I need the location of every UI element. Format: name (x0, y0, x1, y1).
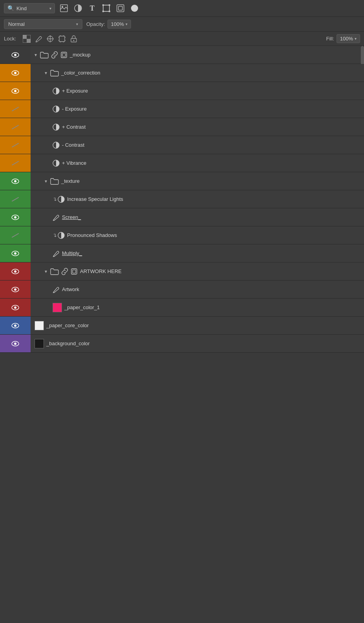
search-icon: 🔍 (7, 5, 14, 11)
opacity-value-box[interactable]: 100% ▾ (107, 20, 131, 29)
filter-toolbar: 🔍 Kind ▾ T (0, 0, 364, 17)
visibility-icon[interactable] (11, 285, 20, 293)
layer-content: ▾_mockup (31, 46, 364, 64)
lock-all-icon[interactable] (69, 35, 78, 43)
layer-row[interactable]: + Contrast (0, 118, 364, 136)
visibility-icon[interactable] (11, 69, 20, 77)
layer-row[interactable]: - Contrast (0, 136, 364, 154)
svg-rect-27 (12, 107, 19, 111)
svg-rect-3 (103, 5, 109, 11)
visibility-icon[interactable] (11, 249, 20, 257)
layer-color-bar (0, 46, 31, 64)
kind-label: Kind (16, 5, 27, 11)
lock-artboard-icon[interactable] (58, 35, 66, 43)
circle-filter-icon[interactable] (129, 3, 140, 13)
folder-icon (40, 51, 49, 58)
layer-color-bar (0, 208, 31, 226)
svg-rect-21 (62, 53, 66, 56)
layer-row[interactable]: _paper_color_1 (0, 299, 364, 317)
visibility-icon[interactable] (11, 231, 20, 239)
visibility-icon[interactable] (11, 177, 20, 185)
visibility-icon[interactable] (11, 321, 20, 330)
visibility-icon[interactable] (11, 105, 20, 113)
layer-color-bar (0, 136, 31, 154)
visibility-icon[interactable] (11, 51, 20, 59)
visibility-icon[interactable] (11, 195, 20, 203)
layer-row[interactable]: + Exposure (0, 82, 364, 100)
svg-rect-20 (61, 52, 67, 58)
lock-transparency-icon[interactable] (22, 35, 31, 43)
visibility-icon[interactable] (11, 159, 20, 167)
lock-row: Lock: (0, 32, 364, 46)
blend-mode-select[interactable]: Normal ▾ (4, 19, 82, 29)
svg-point-25 (14, 90, 16, 92)
layer-row[interactable]: + Vibrance (0, 154, 364, 172)
layers-list: ▾_mockup▾_color_correction+ Exposure- Ex… (0, 46, 364, 353)
svg-rect-8 (109, 11, 110, 12)
layer-row[interactable]: ▾_mockup (0, 46, 364, 64)
visibility-icon[interactable] (11, 267, 20, 275)
layer-row[interactable]: Artwork (0, 281, 364, 299)
visibility-icon[interactable] (11, 141, 20, 149)
fill-value-box[interactable]: 100% ▾ (337, 34, 360, 43)
visibility-icon[interactable] (11, 87, 20, 95)
layer-row[interactable]: ↴Pronounced Shadows (0, 226, 364, 244)
visibility-icon[interactable] (11, 213, 20, 221)
svg-rect-47 (71, 269, 77, 274)
expand-chevron-icon[interactable]: ▾ (45, 269, 47, 274)
folder-icon (50, 69, 59, 77)
shape-filter-icon[interactable] (101, 3, 111, 13)
layer-row[interactable]: Multiply_ (0, 244, 364, 262)
link-icon (61, 268, 68, 275)
blend-mode-row: Normal ▾ Opacity: 100% ▾ (0, 17, 364, 32)
layer-row[interactable]: ▾_texture (0, 172, 364, 190)
filter-kind-select[interactable]: 🔍 Kind ▾ (4, 3, 55, 13)
clip_adjustment-icon: ↴ (53, 196, 65, 203)
layer-name: Multiply_ (62, 250, 82, 256)
layer-name: - Exposure (62, 106, 87, 112)
lock-position-icon[interactable] (46, 35, 55, 43)
visibility-icon[interactable] (11, 303, 20, 312)
layer-row[interactable]: - Exposure (0, 100, 364, 118)
layer-row[interactable]: ↴Increase Specular Lights (0, 190, 364, 208)
layer-name: + Exposure (62, 88, 88, 94)
fill-value: 100% (340, 36, 353, 42)
layer-color-bar (0, 262, 31, 280)
svg-point-54 (14, 324, 16, 327)
layer-row[interactable]: _paper_core_color (0, 317, 364, 335)
layer-content: _paper_color_1 (31, 299, 364, 316)
layer-name: + Vibrance (62, 160, 86, 166)
brush-icon (53, 250, 60, 257)
layer-row[interactable]: ▾_color_correction (0, 64, 364, 82)
layer-row[interactable]: ▾ARTWORK HERE (0, 262, 364, 281)
layer-color-bar (0, 154, 31, 172)
svg-rect-15 (59, 36, 65, 42)
smartobject-filter-icon[interactable] (115, 3, 126, 13)
layer-content: Screen_ (31, 208, 364, 226)
svg-point-17 (73, 40, 75, 41)
smart-icon (60, 51, 67, 58)
layer-row[interactable]: Screen_ (0, 208, 364, 226)
svg-point-40 (14, 216, 16, 219)
visibility-icon[interactable] (11, 123, 20, 131)
svg-rect-33 (12, 161, 19, 166)
adjustment-filter-icon[interactable] (73, 3, 83, 13)
layer-name: Artwork (62, 286, 79, 292)
layer-content: ↴Pronounced Shadows (31, 226, 364, 244)
layer-content: Multiply_ (31, 244, 364, 262)
expand-chevron-icon[interactable]: ▾ (45, 70, 47, 76)
expand-chevron-icon[interactable]: ▾ (35, 52, 37, 58)
layer-color-bar (0, 281, 31, 298)
adjustment-icon (53, 87, 60, 95)
layer-row[interactable]: _background_color (0, 335, 364, 353)
adjustment-icon (53, 160, 60, 167)
image-filter-icon[interactable] (59, 3, 69, 13)
expand-chevron-icon[interactable]: ▾ (45, 179, 47, 184)
layer-color-bar (0, 64, 31, 82)
visibility-icon[interactable] (11, 339, 20, 348)
svg-rect-9 (117, 5, 124, 12)
layer-name: Pronounced Shadows (67, 232, 117, 238)
scrollbar-track[interactable] (361, 46, 364, 64)
lock-image-icon[interactable] (34, 35, 43, 43)
text-filter-icon[interactable]: T (87, 3, 97, 13)
